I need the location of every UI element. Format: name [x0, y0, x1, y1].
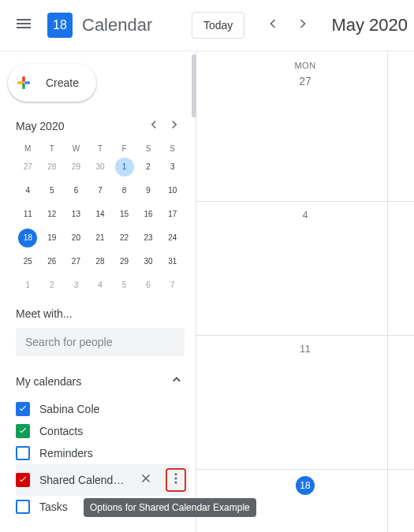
mini-day[interactable]: 2 [43, 276, 62, 295]
mini-day[interactable]: 19 [43, 229, 62, 247]
week-cell[interactable]: 4 [196, 201, 414, 335]
mini-day[interactable]: 21 [91, 229, 110, 247]
mini-day[interactable]: 16 [139, 205, 158, 224]
mini-dow: W [64, 144, 88, 153]
meet-with-label: Meet with... [16, 307, 185, 320]
calendar-checkbox[interactable] [16, 500, 30, 514]
svg-point-6 [175, 482, 177, 484]
calendar-checkbox[interactable] [16, 446, 30, 460]
mini-day[interactable]: 30 [91, 158, 110, 177]
mini-day[interactable]: 5 [43, 181, 62, 200]
mini-day[interactable]: 31 [163, 252, 182, 271]
mini-day[interactable]: 27 [66, 252, 85, 271]
calendar-options-button[interactable] [166, 468, 186, 492]
calendar-name: Shared Calenda... [39, 474, 126, 486]
mini-day[interactable]: 6 [139, 276, 158, 295]
today-date-chip[interactable]: 18 [296, 476, 315, 495]
week-cell[interactable] [388, 335, 414, 469]
calendar-name: Sabina Cole [39, 403, 186, 415]
calendar-checkbox[interactable] [16, 473, 30, 487]
mini-day[interactable]: 30 [139, 252, 158, 271]
mini-day[interactable]: 4 [18, 181, 37, 200]
today-button[interactable]: Today [192, 12, 244, 39]
mini-day[interactable]: 26 [43, 252, 62, 271]
current-period-label: May 2020 [331, 15, 408, 35]
day-of-week-label: MON [196, 61, 414, 70]
mini-day[interactable]: 24 [163, 229, 182, 247]
mini-day[interactable]: 29 [66, 158, 85, 177]
week-cell[interactable]: 11 [196, 335, 414, 469]
mini-dow: T [40, 144, 65, 153]
calendar-grid[interactable]: MON 27 41118 [196, 51, 414, 532]
calendar-checkbox[interactable] [16, 402, 30, 416]
calendar-row[interactable]: Sabina Cole [16, 398, 189, 420]
mini-day[interactable]: 22 [115, 229, 134, 247]
mini-day[interactable]: 7 [163, 276, 182, 295]
calendar-row[interactable]: Contacts [16, 420, 189, 442]
mini-day[interactable]: 18 [18, 229, 37, 247]
mini-day[interactable]: 11 [18, 205, 37, 224]
sidebar: Create May 2020 MTWTFSS27282930123456789… [0, 51, 196, 532]
mini-day[interactable]: 27 [18, 158, 37, 177]
hide-calendar-button[interactable] [136, 468, 156, 492]
mini-day[interactable]: 10 [163, 181, 182, 200]
app-title: Calendar [82, 15, 152, 35]
mini-day[interactable]: 13 [66, 205, 85, 224]
mini-day[interactable]: 14 [91, 205, 110, 224]
mini-day[interactable]: 28 [91, 252, 110, 271]
my-calendars-section: My calendars Sabina ColeContactsReminder… [0, 356, 196, 518]
search-people-input[interactable] [16, 328, 185, 356]
my-calendars-toggle[interactable]: My calendars [16, 372, 189, 390]
meet-with-section: Meet with... [0, 295, 196, 356]
calendar-name: Contacts [39, 425, 186, 437]
week-cell[interactable] [388, 201, 414, 335]
mini-dow: F [112, 144, 136, 153]
mini-dow: S [160, 144, 185, 153]
mini-next-month-button[interactable] [164, 114, 185, 138]
next-day-column-sliver [387, 51, 414, 532]
mini-day[interactable]: 23 [139, 229, 158, 247]
main-menu-icon[interactable] [6, 6, 41, 44]
mini-day[interactable]: 12 [43, 205, 62, 224]
date-number: 11 [300, 344, 310, 355]
period-nav [259, 9, 317, 41]
mini-day[interactable]: 5 [115, 276, 134, 295]
mini-day[interactable]: 20 [66, 229, 85, 247]
mini-day[interactable]: 2 [139, 158, 158, 177]
mini-day[interactable]: 28 [43, 158, 62, 177]
mini-dow: S [136, 144, 161, 153]
svg-rect-1 [22, 84, 24, 89]
svg-rect-0 [22, 76, 24, 81]
day-column-header: MON 27 [196, 51, 414, 87]
mini-calendar-title: May 2020 [16, 120, 144, 132]
mini-day[interactable]: 17 [163, 205, 182, 224]
date-number: 4 [303, 210, 308, 221]
mini-day[interactable]: 3 [66, 276, 85, 295]
calendar-row[interactable]: Reminders [16, 442, 189, 464]
week-cell[interactable] [388, 469, 414, 532]
mini-day[interactable]: 7 [91, 181, 110, 200]
mini-day[interactable]: 25 [18, 252, 37, 271]
mini-day[interactable]: 3 [163, 158, 182, 177]
header: 18 Calendar Today May 2020 [0, 0, 414, 50]
options-tooltip: Options for Shared Calendar Example [84, 498, 256, 517]
chevron-up-icon [169, 372, 185, 390]
mini-day[interactable]: 15 [115, 205, 134, 224]
mini-day[interactable]: 29 [115, 252, 134, 271]
mini-day[interactable]: 1 [18, 276, 37, 295]
mini-day[interactable]: 6 [66, 181, 85, 200]
calendar-row[interactable]: Shared Calenda... [16, 464, 189, 496]
mini-day[interactable]: 1 [115, 158, 134, 177]
day-number-label: 27 [196, 75, 414, 87]
mini-day[interactable]: 9 [139, 181, 158, 200]
plus-icon [9, 69, 38, 97]
calendar-checkbox[interactable] [16, 424, 30, 438]
mini-prev-month-button[interactable] [144, 114, 164, 138]
prev-period-button[interactable] [259, 9, 287, 41]
svg-rect-3 [25, 81, 30, 84]
mini-day[interactable]: 4 [91, 276, 110, 295]
create-button[interactable]: Create [8, 64, 96, 102]
next-period-button[interactable] [289, 9, 317, 41]
mini-day[interactable]: 8 [115, 181, 134, 200]
create-label: Create [46, 76, 79, 89]
